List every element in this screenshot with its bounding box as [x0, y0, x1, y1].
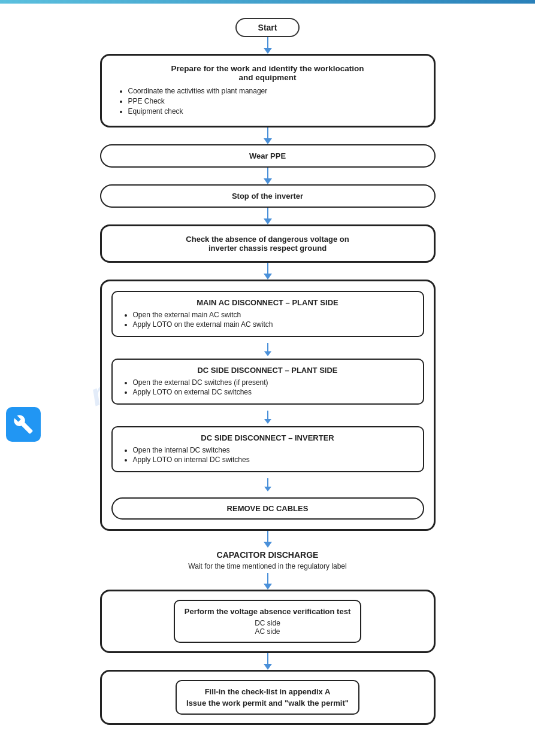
prepare-title: Prepare for the work and identify the wo…	[115, 64, 421, 82]
wear-ppe-label: Wear PPE	[249, 151, 286, 160]
remove-dc-label: REMOVE DC CABLES	[227, 504, 309, 513]
arrow-6	[264, 531, 272, 548]
flowchart: Start Prepare for the work and identify …	[100, 18, 436, 743]
remove-dc-box: REMOVE DC CABLES	[111, 497, 424, 520]
final-inner-box: Fill-in the check-list in appendix A Iss…	[176, 680, 359, 715]
capacitor-discharge-section: CAPACITOR DISCHARGE Wait for the time me…	[100, 548, 436, 573]
dc-inverter-box: DC SIDE DISCONNECT – INVERTER Open the i…	[111, 426, 424, 472]
final-line2: Issue the work permit and "walk the perm…	[186, 699, 349, 708]
dc-plant-title: DC SIDE DISCONNECT – PLANT SIDE	[122, 366, 413, 375]
stop-inverter-box: Stop of the inverter	[100, 184, 436, 208]
arrow-2	[264, 127, 272, 144]
perform-inner-box: Perform the voltage absence verification…	[174, 600, 361, 643]
inner-arrow-2	[111, 411, 424, 424]
perform-test-title: Perform the voltage absence verification…	[185, 607, 350, 616]
arrow-1	[264, 37, 272, 54]
dc-inverter-list: Open the internal DC switches Apply LOTO…	[122, 446, 413, 464]
inner-arrow-1	[111, 343, 424, 356]
start-node: Start	[235, 18, 300, 37]
dc-inverter-title: DC SIDE DISCONNECT – INVERTER	[122, 433, 413, 442]
perform-test-dc: DC side	[185, 619, 350, 627]
stop-inverter-label: Stop of the inverter	[232, 192, 303, 201]
prepare-box: Prepare for the work and identify the wo…	[100, 54, 436, 127]
wrench-icon	[13, 414, 34, 435]
arrow-8	[264, 653, 272, 670]
dc-inverter-item-2: Apply LOTO on internal DC switches	[133, 456, 413, 464]
wear-ppe-box: Wear PPE	[100, 144, 436, 168]
perform-test-ac: AC side	[185, 627, 350, 636]
prepare-list: Coordinate the activities with plant man…	[115, 87, 421, 116]
check-voltage-label: Check the absence of dangerous voltage o…	[186, 235, 349, 253]
arrow-4	[264, 208, 272, 224]
prepare-item-2: PPE Check	[128, 97, 421, 105]
main-ac-title: MAIN AC DISCONNECT – PLANT SIDE	[122, 298, 413, 307]
disconnect-group-box: MAIN AC DISCONNECT – PLANT SIDE Open the…	[100, 280, 436, 531]
top-bar	[0, 0, 535, 4]
inner-arrow-3	[111, 478, 424, 491]
arrow-3	[264, 168, 272, 184]
main-ac-item-2: Apply LOTO on the external main AC switc…	[133, 320, 413, 329]
final-line1: Fill-in the check-list in appendix A	[186, 687, 349, 696]
arrow-5	[264, 263, 272, 280]
dc-plant-item-1: Open the external DC switches (if presen…	[133, 378, 413, 387]
prepare-item-3: Equipment check	[128, 107, 421, 116]
sidebar-wrench-icon	[6, 407, 41, 442]
main-ac-box: MAIN AC DISCONNECT – PLANT SIDE Open the…	[111, 291, 424, 337]
dc-inverter-item-1: Open the internal DC switches	[133, 446, 413, 454]
final-group: Fill-in the check-list in appendix A Iss…	[100, 670, 436, 725]
main-ac-item-1: Open the external main AC switch	[133, 311, 413, 319]
check-voltage-box: Check the absence of dangerous voltage o…	[100, 224, 436, 263]
dc-plant-list: Open the external DC switches (if presen…	[122, 378, 413, 396]
dc-plant-item-2: Apply LOTO on external DC switches	[133, 388, 413, 396]
prepare-item-1: Coordinate the activities with plant man…	[128, 87, 421, 95]
capacitor-discharge-title: CAPACITOR DISCHARGE	[100, 550, 436, 560]
main-ac-list: Open the external main AC switch Apply L…	[122, 311, 413, 329]
dc-plant-box: DC SIDE DISCONNECT – PLANT SIDE Open the…	[111, 359, 424, 405]
perform-test-group: Perform the voltage absence verification…	[100, 590, 436, 653]
arrow-7	[264, 573, 272, 590]
capacitor-discharge-sub: Wait for the time mentioned in the regul…	[100, 562, 436, 570]
